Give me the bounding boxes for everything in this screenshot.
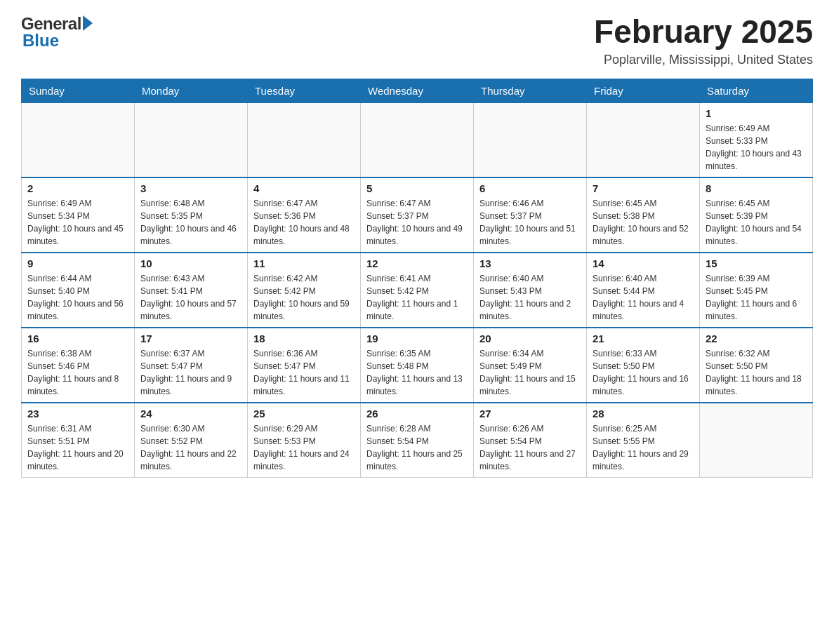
table-row	[135, 102, 248, 177]
day-number: 7	[593, 182, 694, 194]
day-info: Sunrise: 6:25 AM Sunset: 5:55 PM Dayligh…	[593, 422, 694, 473]
day-number: 3	[140, 182, 241, 194]
table-row: 12Sunrise: 6:41 AM Sunset: 5:42 PM Dayli…	[361, 253, 474, 328]
day-info: Sunrise: 6:37 AM Sunset: 5:47 PM Dayligh…	[140, 347, 241, 398]
day-number: 24	[140, 408, 241, 420]
table-row: 2Sunrise: 6:49 AM Sunset: 5:34 PM Daylig…	[22, 177, 135, 253]
day-info: Sunrise: 6:38 AM Sunset: 5:46 PM Dayligh…	[27, 347, 128, 398]
day-info: Sunrise: 6:32 AM Sunset: 5:50 PM Dayligh…	[706, 347, 807, 398]
table-row: 1Sunrise: 6:49 AM Sunset: 5:33 PM Daylig…	[700, 102, 813, 177]
day-info: Sunrise: 6:35 AM Sunset: 5:48 PM Dayligh…	[366, 347, 468, 398]
day-number: 12	[366, 257, 468, 269]
col-tuesday: Tuesday	[248, 79, 361, 102]
table-row	[22, 102, 135, 177]
day-info: Sunrise: 6:26 AM Sunset: 5:54 PM Dayligh…	[479, 422, 581, 473]
table-row: 22Sunrise: 6:32 AM Sunset: 5:50 PM Dayli…	[700, 328, 813, 403]
day-info: Sunrise: 6:40 AM Sunset: 5:43 PM Dayligh…	[479, 272, 581, 323]
table-row: 11Sunrise: 6:42 AM Sunset: 5:42 PM Dayli…	[248, 253, 361, 328]
table-row: 25Sunrise: 6:29 AM Sunset: 5:53 PM Dayli…	[248, 403, 361, 478]
table-row: 19Sunrise: 6:35 AM Sunset: 5:48 PM Dayli…	[361, 328, 474, 403]
table-row: 23Sunrise: 6:31 AM Sunset: 5:51 PM Dayli…	[22, 403, 135, 478]
day-number: 23	[27, 408, 128, 420]
calendar-header-row: Sunday Monday Tuesday Wednesday Thursday…	[22, 79, 813, 102]
day-number: 21	[593, 333, 694, 344]
table-row: 27Sunrise: 6:26 AM Sunset: 5:54 PM Dayli…	[474, 403, 587, 478]
table-row: 7Sunrise: 6:45 AM Sunset: 5:38 PM Daylig…	[587, 177, 700, 253]
day-info: Sunrise: 6:39 AM Sunset: 5:45 PM Dayligh…	[706, 272, 807, 323]
logo-blue-text: Blue	[22, 31, 59, 51]
day-number: 27	[479, 408, 581, 420]
day-info: Sunrise: 6:49 AM Sunset: 5:34 PM Dayligh…	[27, 197, 128, 248]
day-number: 6	[479, 182, 581, 194]
day-number: 11	[253, 257, 355, 269]
day-number: 25	[253, 408, 355, 420]
table-row	[700, 403, 813, 478]
day-info: Sunrise: 6:34 AM Sunset: 5:49 PM Dayligh…	[479, 347, 581, 398]
table-row: 26Sunrise: 6:28 AM Sunset: 5:54 PM Dayli…	[361, 403, 474, 478]
day-info: Sunrise: 6:30 AM Sunset: 5:52 PM Dayligh…	[140, 422, 241, 473]
day-info: Sunrise: 6:44 AM Sunset: 5:40 PM Dayligh…	[27, 272, 128, 323]
day-number: 17	[140, 333, 241, 344]
table-row: 20Sunrise: 6:34 AM Sunset: 5:49 PM Dayli…	[474, 328, 587, 403]
title-area: February 2025 Poplarville, Mississippi, …	[594, 14, 813, 67]
table-row: 14Sunrise: 6:40 AM Sunset: 5:44 PM Dayli…	[587, 253, 700, 328]
day-info: Sunrise: 6:28 AM Sunset: 5:54 PM Dayligh…	[366, 422, 468, 473]
table-row: 9Sunrise: 6:44 AM Sunset: 5:40 PM Daylig…	[22, 253, 135, 328]
day-info: Sunrise: 6:45 AM Sunset: 5:38 PM Dayligh…	[593, 197, 694, 248]
day-number: 26	[366, 408, 468, 420]
table-row	[587, 102, 700, 177]
table-row: 24Sunrise: 6:30 AM Sunset: 5:52 PM Dayli…	[135, 403, 248, 478]
day-number: 20	[479, 333, 581, 344]
calendar-table: Sunday Monday Tuesday Wednesday Thursday…	[21, 79, 813, 478]
day-info: Sunrise: 6:31 AM Sunset: 5:51 PM Dayligh…	[27, 422, 128, 473]
day-info: Sunrise: 6:36 AM Sunset: 5:47 PM Dayligh…	[253, 347, 355, 398]
table-row: 28Sunrise: 6:25 AM Sunset: 5:55 PM Dayli…	[587, 403, 700, 478]
col-friday: Friday	[587, 79, 700, 102]
day-number: 13	[479, 257, 581, 269]
day-number: 2	[27, 182, 128, 194]
day-info: Sunrise: 6:41 AM Sunset: 5:42 PM Dayligh…	[366, 272, 468, 323]
day-info: Sunrise: 6:40 AM Sunset: 5:44 PM Dayligh…	[593, 272, 694, 323]
table-row: 13Sunrise: 6:40 AM Sunset: 5:43 PM Dayli…	[474, 253, 587, 328]
day-number: 10	[140, 257, 241, 269]
day-number: 18	[253, 333, 355, 344]
table-row: 5Sunrise: 6:47 AM Sunset: 5:37 PM Daylig…	[361, 177, 474, 253]
col-monday: Monday	[135, 79, 248, 102]
day-number: 19	[366, 333, 468, 344]
month-title: February 2025	[594, 14, 813, 50]
day-info: Sunrise: 6:47 AM Sunset: 5:36 PM Dayligh…	[253, 197, 355, 248]
logo-arrow-icon	[83, 15, 93, 31]
day-info: Sunrise: 6:33 AM Sunset: 5:50 PM Dayligh…	[593, 347, 694, 398]
day-number: 4	[253, 182, 355, 194]
day-info: Sunrise: 6:43 AM Sunset: 5:41 PM Dayligh…	[140, 272, 241, 323]
day-number: 8	[706, 182, 807, 194]
day-number: 28	[593, 408, 694, 420]
table-row: 16Sunrise: 6:38 AM Sunset: 5:46 PM Dayli…	[22, 328, 135, 403]
col-wednesday: Wednesday	[361, 79, 474, 102]
day-number: 1	[706, 107, 807, 119]
day-number: 22	[706, 333, 807, 344]
day-info: Sunrise: 6:29 AM Sunset: 5:53 PM Dayligh…	[253, 422, 355, 473]
page-header: General Blue February 2025 Poplarville, …	[21, 14, 813, 67]
day-info: Sunrise: 6:45 AM Sunset: 5:39 PM Dayligh…	[706, 197, 807, 248]
table-row: 15Sunrise: 6:39 AM Sunset: 5:45 PM Dayli…	[700, 253, 813, 328]
table-row	[361, 102, 474, 177]
table-row: 4Sunrise: 6:47 AM Sunset: 5:36 PM Daylig…	[248, 177, 361, 253]
day-number: 16	[27, 333, 128, 344]
table-row	[248, 102, 361, 177]
table-row: 17Sunrise: 6:37 AM Sunset: 5:47 PM Dayli…	[135, 328, 248, 403]
day-info: Sunrise: 6:47 AM Sunset: 5:37 PM Dayligh…	[366, 197, 468, 248]
col-saturday: Saturday	[700, 79, 813, 102]
table-row: 21Sunrise: 6:33 AM Sunset: 5:50 PM Dayli…	[587, 328, 700, 403]
table-row	[474, 102, 587, 177]
day-number: 5	[366, 182, 468, 194]
table-row: 10Sunrise: 6:43 AM Sunset: 5:41 PM Dayli…	[135, 253, 248, 328]
col-thursday: Thursday	[474, 79, 587, 102]
day-number: 9	[27, 257, 128, 269]
table-row: 6Sunrise: 6:46 AM Sunset: 5:37 PM Daylig…	[474, 177, 587, 253]
day-info: Sunrise: 6:49 AM Sunset: 5:33 PM Dayligh…	[706, 122, 807, 173]
table-row: 18Sunrise: 6:36 AM Sunset: 5:47 PM Dayli…	[248, 328, 361, 403]
day-info: Sunrise: 6:46 AM Sunset: 5:37 PM Dayligh…	[479, 197, 581, 248]
day-number: 14	[593, 257, 694, 269]
table-row: 8Sunrise: 6:45 AM Sunset: 5:39 PM Daylig…	[700, 177, 813, 253]
